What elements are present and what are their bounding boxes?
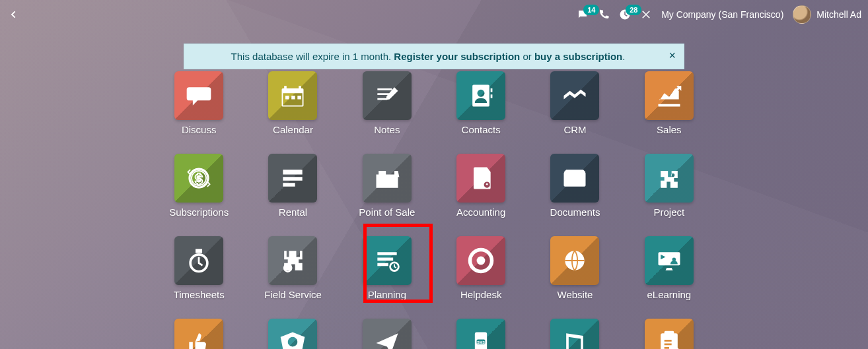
clipboard-icon [645, 319, 694, 349]
app-pos[interactable]: Point of Sale [359, 154, 415, 218]
banner-text-suffix: . [622, 51, 625, 62]
calendar-icon [268, 71, 317, 120]
topbar: 14 28 My Company (San Francisco) Mitchel… [0, 0, 868, 29]
sms-icon: SMS [456, 319, 505, 349]
svg-text:$: $ [196, 174, 201, 184]
crm-icon [550, 71, 599, 120]
messages-icon[interactable]: 14 [577, 9, 589, 20]
app-notes[interactable]: Notes [363, 71, 412, 135]
subscriptions-icon: $ [174, 154, 223, 203]
discuss-icon [174, 71, 223, 120]
app-sales[interactable]: Sales [645, 71, 694, 135]
subscription-banner: This database will expire in 1 month. Re… [184, 44, 684, 69]
book-icon [550, 319, 599, 349]
documents-icon [550, 154, 599, 203]
timesheets-icon [174, 236, 223, 285]
app-label: Helpdesk [460, 289, 502, 300]
app-subscriptions[interactable]: $ Subscriptions [169, 154, 229, 218]
project-icon [645, 154, 694, 203]
tools-icon[interactable] [640, 9, 652, 20]
app-timesheets[interactable]: Timesheets [174, 236, 225, 300]
svg-rect-14 [664, 331, 674, 336]
send-icon [363, 319, 412, 349]
banner-link-register[interactable]: Register your subscription [394, 51, 520, 62]
app-grid: Discuss Calendar Notes Contacts CRM Sale… [166, 71, 702, 349]
app-label: Timesheets [174, 289, 225, 300]
svg-text:SMS: SMS [477, 340, 485, 344]
app-contacts[interactable]: Contacts [456, 71, 505, 135]
app-label: Website [558, 289, 593, 300]
app-label: Point of Sale [359, 206, 415, 218]
svg-point-6 [477, 257, 486, 265]
messages-badge: 14 [583, 5, 599, 15]
gear-badge-icon [268, 319, 317, 349]
banner-text-prefix: This database will expire in 1 month. [231, 51, 394, 62]
app-partial-1[interactable] [174, 319, 223, 349]
app-label: CRM [563, 124, 586, 135]
planning-icon [363, 236, 412, 285]
accounting-icon [456, 154, 505, 203]
sales-icon [645, 71, 694, 120]
app-label: Documents [550, 206, 600, 218]
app-rental[interactable]: Rental [268, 154, 317, 218]
fieldservice-icon [268, 236, 317, 285]
app-label: Field Service [264, 289, 322, 300]
avatar [793, 5, 811, 24]
user-name: Mitchell Ad [816, 9, 861, 20]
app-planning[interactable]: Planning [363, 236, 412, 300]
app-label: eLearning [647, 289, 691, 300]
app-discuss[interactable]: Discuss [174, 71, 223, 135]
app-fieldservice[interactable]: Field Service [264, 236, 322, 300]
app-partial-5[interactable] [550, 319, 599, 349]
app-label: Contacts [462, 124, 501, 135]
app-label: Sales [657, 124, 682, 135]
app-label: Discuss [182, 124, 217, 135]
activities-icon[interactable]: 28 [619, 9, 631, 20]
activities-badge: 28 [626, 5, 641, 15]
user-menu[interactable]: Mitchell Ad [793, 5, 861, 24]
app-label: Accounting [456, 206, 505, 218]
elearning-icon [645, 236, 694, 285]
app-calendar[interactable]: Calendar [268, 71, 317, 135]
app-label: Calendar [273, 124, 313, 135]
banner-close-button[interactable]: × [669, 49, 676, 61]
contacts-icon [456, 71, 505, 120]
pos-icon [363, 154, 412, 203]
app-label: Notes [374, 124, 400, 135]
app-documents[interactable]: Documents [550, 154, 600, 218]
app-label: Subscriptions [169, 206, 229, 218]
website-icon [550, 236, 599, 285]
app-project[interactable]: Project [645, 154, 694, 218]
app-accounting[interactable]: Accounting [456, 154, 505, 218]
app-elearning[interactable]: eLearning [645, 236, 694, 300]
company-selector[interactable]: My Company (San Francisco) [661, 9, 783, 20]
app-label: Planning [368, 289, 406, 300]
thumbsup-icon [174, 319, 223, 349]
back-button[interactable] [5, 7, 21, 22]
app-crm[interactable]: CRM [550, 71, 599, 135]
banner-text-mid: or [520, 51, 534, 62]
helpdesk-icon [456, 236, 505, 285]
phone-icon[interactable] [598, 9, 610, 20]
app-partial-3[interactable] [363, 319, 412, 349]
app-label: Rental [279, 206, 307, 218]
app-partial-6[interactable] [645, 319, 694, 349]
app-partial-2[interactable] [268, 319, 317, 349]
app-partial-4[interactable]: SMS [456, 319, 505, 349]
app-helpdesk[interactable]: Helpdesk [456, 236, 505, 300]
app-website[interactable]: Website [550, 236, 599, 300]
rental-icon [268, 154, 317, 203]
app-label: Project [653, 206, 684, 218]
banner-link-buy[interactable]: buy a subscription [534, 51, 622, 62]
notes-icon [363, 71, 412, 120]
